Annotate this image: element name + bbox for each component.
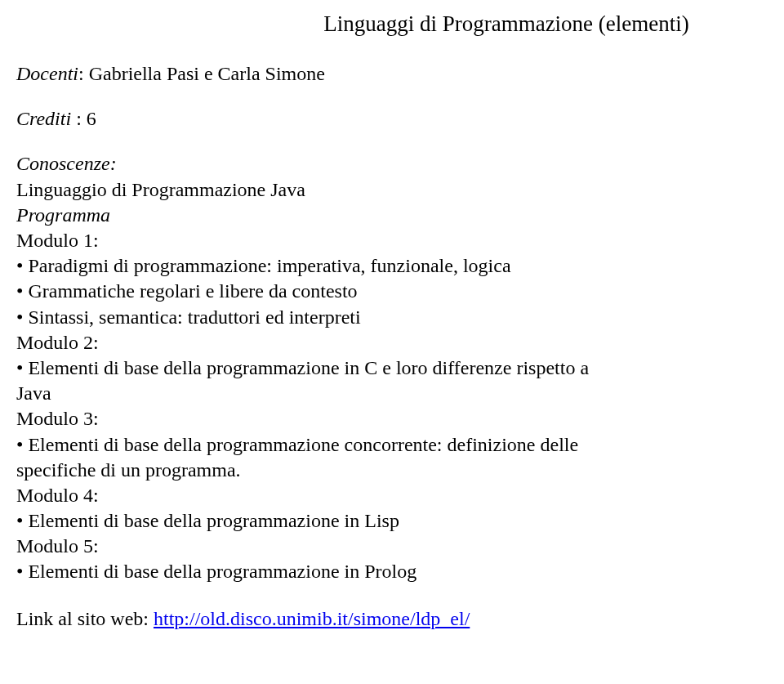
link-line: Link al sito web: http://old.disco.unimi… (16, 606, 768, 632)
modulo1-item1: Paradigmi di programmazione: imperativa,… (28, 253, 510, 279)
modulo2-item1b: Java (16, 381, 768, 406)
modulo1-item2: Grammatiche regolari e libere da contest… (28, 279, 357, 304)
crediti-line: Crediti : 6 (16, 106, 768, 132)
modulo2-label: Modulo 2: (16, 330, 768, 355)
docenti-label: Docenti (16, 63, 78, 84)
modulo3-label: Modulo 3: (16, 406, 768, 431)
modulo5-label: Modulo 5: (16, 534, 768, 559)
bullet-icon: • (16, 355, 23, 381)
modulo4-item1: Elementi di base della programmazione in… (28, 508, 399, 534)
list-item: • Grammatiche regolari e libere da conte… (16, 279, 768, 304)
bullet-icon: • (16, 432, 23, 458)
programma-label: Programma (16, 203, 768, 228)
list-item: • Elementi di base della programmazione … (16, 508, 768, 534)
modulo2-item1a: Elementi di base della programmazione in… (28, 355, 589, 381)
bullet-icon: • (16, 253, 23, 279)
modulo1-label: Modulo 1: (16, 228, 768, 253)
bullet-icon: • (16, 279, 23, 304)
page-title: Linguaggi di Programmazione (elementi) (16, 10, 768, 38)
modulo3-item1b: specifiche di un programma. (16, 458, 768, 483)
list-item: • Elementi di base della programmazione … (16, 559, 768, 584)
modulo3-item1a: Elementi di base della programmazione co… (28, 432, 578, 458)
link-label: Link al sito web: (16, 608, 154, 629)
modulo4-label: Modulo 4: (16, 483, 768, 508)
bullet-icon: • (16, 305, 23, 330)
docenti-value: : Gabriella Pasi e Carla Simone (78, 63, 325, 84)
bullet-icon: • (16, 508, 23, 534)
list-item: • Elementi di base della programmazione … (16, 432, 768, 458)
website-link[interactable]: http://old.disco.unimib.it/simone/ldp_el… (154, 608, 470, 629)
crediti-value: : 6 (76, 108, 96, 129)
list-item: • Sintassi, semantica: traduttori ed int… (16, 305, 768, 330)
conoscenze-value: Linguaggio di Programmazione Java (16, 177, 768, 203)
modulo5-item1: Elementi di base della programmazione in… (28, 559, 416, 584)
list-item: • Elementi di base della programmazione … (16, 355, 768, 381)
list-item: • Paradigmi di programmazione: imperativ… (16, 253, 768, 279)
bullet-icon: • (16, 559, 23, 584)
crediti-label: Crediti (16, 108, 76, 129)
docenti-line: Docenti: Gabriella Pasi e Carla Simone (16, 61, 768, 87)
modulo1-item3: Sintassi, semantica: traduttori ed inter… (28, 305, 360, 330)
conoscenze-label: Conoscenze: (16, 151, 768, 177)
